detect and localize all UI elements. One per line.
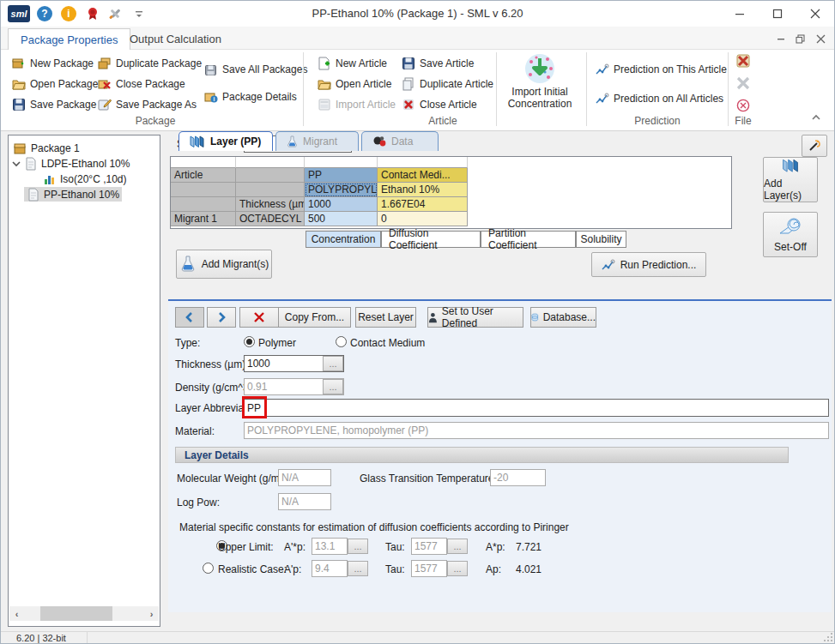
apstar-input[interactable]	[312, 538, 348, 555]
density-browse-button[interactable]: ...	[323, 379, 343, 394]
save-all-packages-button[interactable]: Save All Packages	[202, 60, 310, 79]
new-article-button[interactable]: New Article	[315, 54, 390, 73]
run-prediction-button[interactable]: Run Prediction...	[591, 252, 706, 277]
child-restore-icon[interactable]	[791, 32, 808, 45]
polymer-radio[interactable]	[244, 336, 255, 347]
save-package-button[interactable]: Save Package	[9, 95, 99, 114]
layers-icon	[778, 158, 803, 175]
realistic-case-label[interactable]: Realistic Case:	[218, 563, 287, 575]
thickness-browse-button[interactable]: ...	[323, 356, 343, 371]
tab-migrant[interactable]: Migrant	[275, 131, 359, 151]
package-details-button[interactable]: i Package Details	[202, 87, 300, 106]
log-pow-label: Log Pow:	[177, 497, 220, 509]
contact-medium-radio-label[interactable]: Contact Medium	[350, 337, 425, 349]
contact-concentration-cell[interactable]: 0	[378, 212, 468, 226]
tau-realistic-input[interactable]	[411, 560, 447, 577]
open-article-button[interactable]: Open Article	[315, 75, 394, 93]
tree-item-article-ldpe[interactable]: LDPE-Ethanol 10%	[12, 156, 130, 171]
add-layers-button[interactable]: Add Layer(s)	[763, 157, 818, 202]
tab-partition-coefficient[interactable]: Partition Coefficient	[481, 231, 576, 248]
scroll-left-icon[interactable]: ‹	[9, 606, 24, 621]
set-to-user-defined-button[interactable]: Set to User Defined	[427, 307, 523, 328]
resize-grip[interactable]	[824, 633, 832, 641]
tab-package-properties[interactable]: Package Properties	[8, 28, 130, 50]
layer-material-cell[interactable]: POLYPROPYL...	[305, 183, 378, 197]
contact-name-cell[interactable]: Ethanol 10%	[378, 183, 468, 197]
prediction-all-articles-button[interactable]: Prediction on All Articles	[593, 89, 726, 108]
file-exit-icon	[736, 99, 750, 112]
previous-layer-button[interactable]	[175, 307, 204, 328]
tab-output-calculation[interactable]: Output Calculation	[118, 28, 233, 50]
close-button[interactable]	[796, 1, 834, 27]
layer-thickness-cell[interactable]: 1000	[305, 197, 378, 212]
migrant-name-cell[interactable]: OCTADECYL ...	[236, 212, 305, 226]
tau-realistic-browse-button[interactable]: ...	[447, 561, 468, 576]
import-initial-concentration-button[interactable]: Import Initial Concentration	[504, 51, 576, 127]
realistic-case-radio[interactable]	[203, 563, 214, 574]
contact-medium-radio[interactable]	[336, 336, 347, 347]
layers-icon	[190, 135, 205, 148]
qat-dropdown-icon[interactable]	[131, 6, 147, 21]
tau-upper-input[interactable]	[411, 538, 447, 555]
close-article-button[interactable]: Close Article	[399, 95, 480, 114]
apstar-browse-button[interactable]: ...	[348, 539, 368, 554]
import-article-button[interactable]: Import Article	[315, 95, 398, 114]
contact-header-cell[interactable]: Contact Medi...	[378, 168, 468, 183]
molecular-weight-input[interactable]	[278, 469, 331, 486]
copy-from-button[interactable]: Copy From...	[278, 307, 351, 328]
duplicate-article-button[interactable]: Duplicate Article	[399, 75, 496, 93]
maximize-button[interactable]	[759, 1, 796, 27]
log-pow-input[interactable]	[278, 493, 331, 510]
set-off-button[interactable]: Set-Off	[763, 212, 818, 257]
scrollbar-thumb[interactable]	[40, 606, 112, 621]
save-article-button[interactable]: Save Article	[399, 54, 476, 73]
child-close-icon[interactable]	[812, 32, 829, 45]
reset-layer-button[interactable]: Reset Layer	[355, 307, 416, 328]
ribbon: New Package Open Package Save Package Du…	[1, 50, 834, 131]
duplicate-package-button[interactable]: Duplicate Package	[95, 54, 204, 73]
material-label: Material:	[175, 425, 215, 437]
layer-header-cell[interactable]: PP	[305, 168, 378, 183]
layer-concentration-cell[interactable]: 500	[305, 212, 378, 226]
tab-solubility[interactable]: Solubility	[576, 231, 626, 248]
prediction-this-article-button[interactable]: Prediction on This Article	[593, 60, 729, 79]
new-package-button[interactable]: New Package	[9, 54, 96, 73]
tab-data[interactable]: Data	[361, 131, 439, 151]
tree-item-article-pp[interactable]: PP-Ethanol 10%	[24, 187, 122, 202]
tau-upper-browse-button[interactable]: ...	[447, 539, 468, 554]
glass-transition-input[interactable]	[490, 469, 546, 486]
database-button[interactable]: Database...	[530, 307, 596, 328]
ap-input[interactable]	[312, 560, 348, 577]
magic-wand-button[interactable]	[802, 135, 827, 157]
file-close-button[interactable]	[735, 53, 751, 69]
tree-horizontal-scrollbar[interactable]: ‹ ›	[9, 606, 159, 621]
close-package-button[interactable]: Close Package	[95, 75, 188, 93]
file-exit-button[interactable]	[736, 99, 750, 112]
scroll-right-icon[interactable]: ›	[144, 606, 159, 621]
ap-label: A'p:	[284, 563, 301, 575]
material-input[interactable]	[244, 422, 829, 439]
contact-thickness-cell[interactable]: 1.667E04	[378, 197, 468, 212]
child-minimize-icon[interactable]	[772, 32, 790, 45]
ribbon-collapse-chevron-icon[interactable]	[811, 113, 821, 122]
polymer-radio-label[interactable]: Polymer	[258, 337, 296, 349]
tab-concentration[interactable]: Concentration	[306, 231, 381, 248]
info-icon[interactable]: i	[61, 6, 76, 21]
layer-abbreviation-input[interactable]	[244, 399, 829, 417]
next-layer-button[interactable]	[207, 307, 236, 328]
minimize-button[interactable]	[721, 1, 759, 27]
open-package-button[interactable]: Open Package	[9, 75, 100, 93]
tree-item-package[interactable]: Package 1	[14, 141, 80, 155]
ap-browse-button[interactable]: ...	[348, 561, 368, 576]
tab-layer[interactable]: Layer (PP)	[178, 131, 273, 151]
award-icon[interactable]	[85, 6, 100, 21]
save-package-as-button[interactable]: Save Package As	[95, 95, 199, 114]
file-close-all-button-disabled[interactable]	[736, 76, 750, 90]
tree-item-iso-condition[interactable]: Iso(20°C ,10d)	[43, 172, 127, 186]
tools-icon[interactable]	[107, 6, 123, 21]
delete-layer-button[interactable]	[239, 307, 279, 328]
help-icon[interactable]: ?	[37, 6, 52, 21]
tab-diffusion-coefficient[interactable]: Diffusion Coefficient	[381, 231, 481, 248]
upper-limit-label[interactable]: Upper Limit:	[218, 541, 274, 553]
add-migrants-button[interactable]: Add Migrant(s)	[176, 250, 272, 279]
